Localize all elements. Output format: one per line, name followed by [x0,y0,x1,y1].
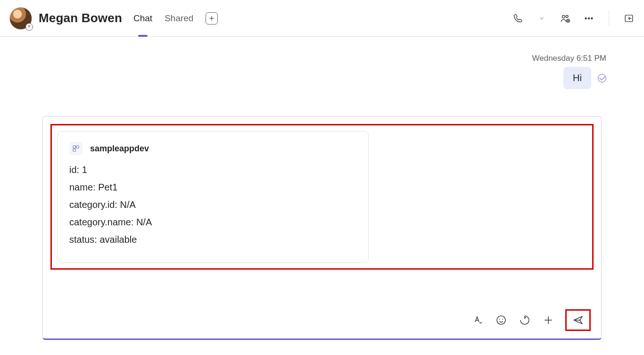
presence-offline-icon [25,23,33,31]
adaptive-card[interactable]: sampleappdev id: 1 name: Pet1 category.i… [58,131,369,263]
card-field: category.id: N/A [69,199,357,210]
message-timestamp: Wednesday 6:51 PM [532,54,607,63]
svg-point-16 [497,316,505,324]
contact-avatar[interactable] [9,7,32,30]
svg-point-7 [585,17,586,19]
attach-actions-button[interactable] [542,314,555,327]
card-field: id: 1 [69,165,357,175]
svg-rect-13 [76,146,79,148]
svg-point-17 [499,319,500,320]
card-field: status: available [69,234,357,245]
emoji-button[interactable] [495,314,508,327]
tab-chat[interactable]: Chat [133,11,152,25]
card-header: sampleappdev [69,142,357,155]
format-button[interactable] [471,314,484,327]
svg-point-9 [591,17,593,19]
add-people-button[interactable] [560,13,571,24]
card-app-name: sampleappdev [90,144,149,154]
more-options-button[interactable] [583,13,594,24]
read-receipt-icon [598,74,606,83]
svg-rect-12 [73,146,75,148]
svg-point-8 [588,17,590,19]
tab-shared[interactable]: Shared [165,11,193,25]
adaptive-card-highlight: sampleappdev id: 1 name: Pet1 category.i… [50,124,594,270]
open-panel-button[interactable] [623,13,635,24]
svg-point-3 [566,15,568,17]
header-actions [512,10,635,26]
add-tab-button[interactable] [206,12,218,25]
chat-area: Wednesday 6:51 PM Hi sampleappdev id: 1 … [0,37,644,355]
message-bubble[interactable]: Hi [563,67,591,89]
send-button[interactable] [571,314,585,327]
call-button[interactable] [512,13,524,24]
card-field: name: Pet1 [69,182,357,193]
app-logo-icon [69,142,83,155]
card-field: category.name: N/A [69,217,357,228]
loop-button[interactable] [518,314,531,327]
svg-point-2 [562,15,565,18]
contact-name: Megan Bowen [39,11,122,25]
compose-toolbar [50,309,594,331]
svg-point-18 [502,319,503,320]
sent-message: Wednesday 6:51 PM Hi [532,54,607,89]
chat-header: Megan Bowen Chat Shared [0,0,644,37]
separator [609,10,609,26]
call-options-chevron-icon[interactable] [536,13,547,24]
compose-box[interactable]: sampleappdev id: 1 name: Pet1 category.i… [42,116,602,340]
send-button-highlight [565,309,591,331]
svg-rect-14 [73,149,75,151]
tab-list: Chat Shared [133,11,218,25]
